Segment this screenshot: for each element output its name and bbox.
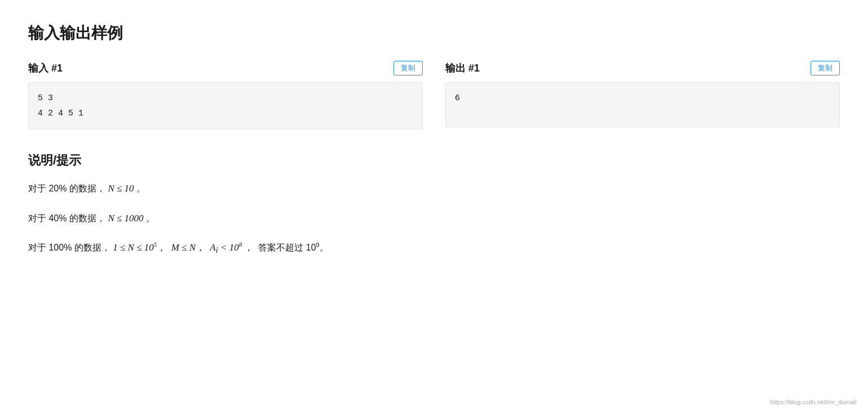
notes-para-1: 对于 20% 的数据， N ≤ 10 。	[28, 180, 840, 198]
output-content: 6	[445, 82, 840, 127]
notes-para-3: 对于 100% 的数据， 1 ≤ N ≤ 105， M ≤ N， Ai < 10…	[28, 239, 840, 258]
notes-para2-math: N ≤ 1000	[108, 213, 143, 224]
notes-title: 说明/提示	[28, 152, 840, 169]
page-title: 输入输出样例	[28, 23, 840, 44]
copy-input-button[interactable]: 复制	[393, 61, 423, 75]
notes-para1-suffix: 。	[136, 184, 145, 193]
notes-section: 说明/提示 对于 20% 的数据， N ≤ 10 。 对于 40% 的数据， N…	[28, 152, 840, 258]
notes-para3-math: 1 ≤ N ≤ 105， M ≤ N， Ai < 108	[113, 242, 244, 253]
output-block: 输出 #1 复制 6	[440, 61, 840, 129]
notes-para3-prefix: 对于 100% 的数据，	[28, 243, 110, 252]
input-label: 输入 #1	[28, 61, 63, 75]
input-header: 输入 #1 复制	[28, 61, 423, 75]
output-header: 输出 #1 复制	[445, 61, 840, 75]
notes-para-2: 对于 40% 的数据， N ≤ 1000 。	[28, 210, 840, 227]
notes-para1-prefix: 对于 20% 的数据，	[28, 184, 105, 193]
copy-output-button[interactable]: 复制	[811, 61, 840, 75]
notes-para2-prefix: 对于 40% 的数据，	[28, 213, 105, 223]
notes-para1-math: N ≤ 10	[108, 183, 134, 194]
output-line-1: 6	[455, 91, 830, 106]
output-label: 输出 #1	[445, 61, 480, 75]
input-line-2: 4 2 4 5 1	[38, 106, 413, 121]
notes-para3-suffix: ， 答案不超过 109。	[244, 243, 328, 252]
input-block: 输入 #1 复制 5 3 4 2 4 5 1	[28, 61, 440, 129]
io-section: 输入 #1 复制 5 3 4 2 4 5 1 输出 #1 复制 6	[28, 61, 840, 129]
input-content: 5 3 4 2 4 5 1	[28, 82, 423, 129]
watermark: https://blog.csdn.net/mr_dumati	[770, 399, 857, 405]
input-line-1: 5 3	[38, 91, 413, 106]
notes-para2-suffix: 。	[146, 213, 155, 223]
